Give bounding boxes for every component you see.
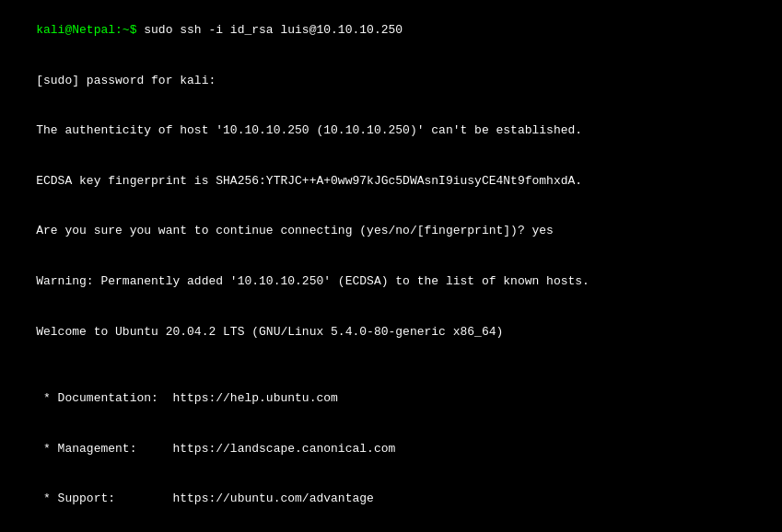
command-line: kali@Netpal:~$ sudo ssh -i id_rsa luis@1… (7, 6, 775, 56)
warning-text: Warning: Permanently added '10.10.10.250… (36, 274, 589, 288)
support-text: * Support: https://ubuntu.com/advantage (36, 492, 374, 505)
welcome-line: Welcome to Ubuntu 20.04.2 LTS (GNU/Linux… (7, 306, 775, 357)
sudo-password-line: [sudo] password for kali: (7, 56, 775, 107)
auth-text-1: The authenticity of host '10.10.10.250 (… (36, 123, 582, 137)
continue-text: Are you sure you want to continue connec… (36, 224, 554, 237)
warning-line: Warning: Permanently added '10.10.10.250… (7, 257, 775, 307)
doc-text: * Documentation: https://help.ubuntu.com (36, 391, 338, 405)
terminal-window[interactable]: kali@Netpal:~$ sudo ssh -i id_rsa luis@1… (0, 0, 782, 532)
blank-1 (7, 357, 775, 374)
ecdsa-line: ECDSA key fingerprint is SHA256:YTRJC++A… (7, 156, 775, 207)
continue-line: Are you sure you want to continue connec… (7, 206, 775, 257)
mgmt-text: * Management: https://landscape.canonica… (36, 442, 395, 456)
auth-line-1: The authenticity of host '10.10.10.250 (… (7, 106, 775, 156)
sudo-text: [sudo] password for kali: (36, 74, 216, 87)
doc-line: * Documentation: https://help.ubuntu.com (7, 374, 775, 424)
command-text: sudo ssh -i id_rsa luis@10.10.10.250 (136, 23, 403, 37)
blank-2 (7, 525, 775, 532)
mgmt-line: * Management: https://landscape.canonica… (7, 424, 775, 475)
support-line: * Support: https://ubuntu.com/advantage (7, 474, 775, 525)
ecdsa-text: ECDSA key fingerprint is SHA256:YTRJC++A… (36, 174, 582, 188)
welcome-text: Welcome to Ubuntu 20.04.2 LTS (GNU/Linux… (36, 325, 503, 339)
prompt-kali: kali@Netpal:~$ (36, 23, 136, 37)
